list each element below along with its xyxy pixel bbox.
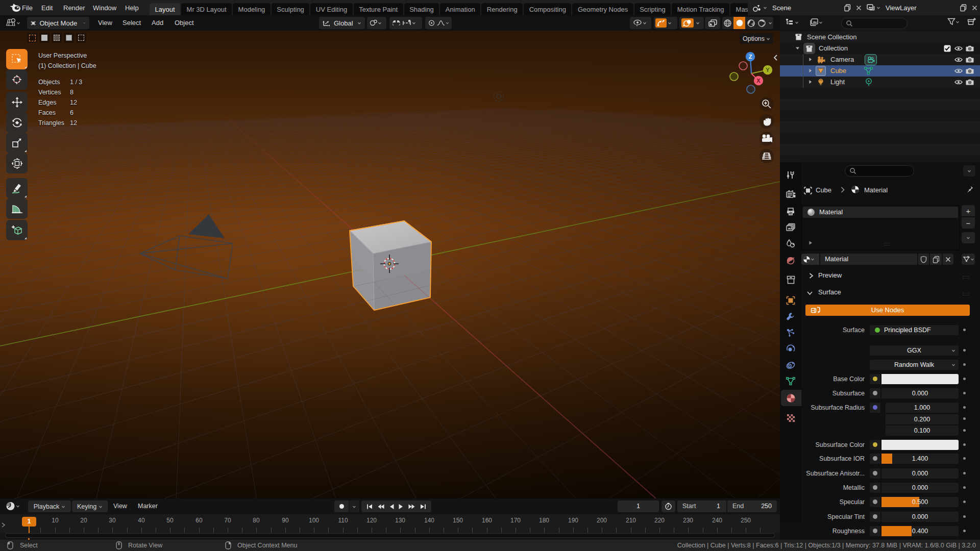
svg-text:Z: Z (749, 54, 752, 60)
svg-text:X: X (756, 78, 761, 84)
svg-text:Y: Y (766, 67, 770, 73)
